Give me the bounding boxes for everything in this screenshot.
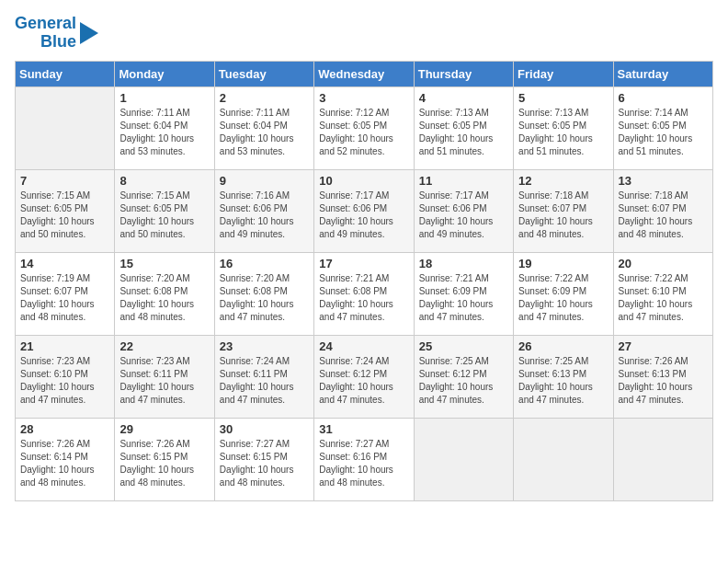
calendar-cell: 17Sunrise: 7:21 AM Sunset: 6:08 PM Dayli… [314,252,414,335]
day-number: 7 [20,174,109,188]
day-info: Sunrise: 7:19 AM Sunset: 6:07 PM Dayligh… [20,272,109,324]
day-info: Sunrise: 7:13 AM Sunset: 6:05 PM Dayligh… [518,107,608,158]
calendar-week-row: 21Sunrise: 7:23 AM Sunset: 6:10 PM Dayli… [16,335,713,418]
calendar-cell [613,418,712,500]
day-info: Sunrise: 7:26 AM Sunset: 6:15 PM Dayligh… [119,438,209,489]
calendar-cell: 21Sunrise: 7:23 AM Sunset: 6:10 PM Dayli… [16,335,115,418]
day-info: Sunrise: 7:17 AM Sunset: 6:06 PM Dayligh… [419,190,508,241]
day-info: Sunrise: 7:18 AM Sunset: 6:07 PM Dayligh… [619,190,708,241]
calendar-cell: 24Sunrise: 7:24 AM Sunset: 6:12 PM Dayli… [314,335,414,418]
calendar-cell: 5Sunrise: 7:13 AM Sunset: 6:05 PM Daylig… [514,86,613,169]
calendar-week-row: 1Sunrise: 7:11 AM Sunset: 6:04 PM Daylig… [16,86,713,169]
calendar-cell: 6Sunrise: 7:14 AM Sunset: 6:05 PM Daylig… [613,86,712,169]
calendar-cell: 8Sunrise: 7:15 AM Sunset: 6:05 PM Daylig… [115,169,214,252]
day-info: Sunrise: 7:26 AM Sunset: 6:13 PM Dayligh… [619,355,708,407]
calendar-cell: 18Sunrise: 7:21 AM Sunset: 6:09 PM Dayli… [414,252,513,335]
day-number: 1 [119,91,209,105]
day-info: Sunrise: 7:12 AM Sunset: 6:05 PM Dayligh… [319,107,408,158]
day-number: 14 [20,257,109,270]
day-number: 30 [220,422,309,436]
day-number: 10 [319,174,408,188]
day-info: Sunrise: 7:24 AM Sunset: 6:12 PM Dayligh… [319,355,408,407]
day-info: Sunrise: 7:21 AM Sunset: 6:09 PM Dayligh… [419,272,508,324]
day-number: 5 [518,91,608,105]
calendar-cell: 11Sunrise: 7:17 AM Sunset: 6:06 PM Dayli… [414,169,513,252]
calendar-cell: 13Sunrise: 7:18 AM Sunset: 6:07 PM Dayli… [613,169,712,252]
day-info: Sunrise: 7:17 AM Sunset: 6:06 PM Dayligh… [319,190,408,241]
day-number: 11 [419,174,508,188]
day-info: Sunrise: 7:26 AM Sunset: 6:14 PM Dayligh… [20,438,109,489]
day-number: 21 [20,339,109,353]
calendar-table: SundayMondayTuesdayWednesdayThursdayFrid… [15,61,713,501]
calendar-cell: 23Sunrise: 7:24 AM Sunset: 6:11 PM Dayli… [214,335,313,418]
day-info: Sunrise: 7:13 AM Sunset: 6:05 PM Dayligh… [419,107,508,158]
calendar-week-row: 14Sunrise: 7:19 AM Sunset: 6:07 PM Dayli… [16,252,713,335]
day-info: Sunrise: 7:11 AM Sunset: 6:04 PM Dayligh… [119,107,209,158]
day-number: 25 [419,339,508,353]
logo-line2: Blue [40,33,76,52]
day-info: Sunrise: 7:21 AM Sunset: 6:08 PM Dayligh… [319,272,408,324]
day-info: Sunrise: 7:16 AM Sunset: 6:06 PM Dayligh… [220,190,309,241]
calendar-cell: 26Sunrise: 7:25 AM Sunset: 6:13 PM Dayli… [514,335,613,418]
day-info: Sunrise: 7:25 AM Sunset: 6:13 PM Dayligh… [518,355,608,407]
day-info: Sunrise: 7:25 AM Sunset: 6:12 PM Dayligh… [419,355,508,407]
day-number: 15 [119,257,209,270]
day-number: 16 [220,257,309,270]
day-number: 31 [319,422,408,436]
day-header-monday: Monday [115,61,214,86]
calendar-cell: 15Sunrise: 7:20 AM Sunset: 6:08 PM Dayli… [115,252,214,335]
day-header-tuesday: Tuesday [214,61,313,86]
calendar-cell: 28Sunrise: 7:26 AM Sunset: 6:14 PM Dayli… [16,418,115,500]
day-info: Sunrise: 7:15 AM Sunset: 6:05 PM Dayligh… [20,190,109,241]
day-info: Sunrise: 7:22 AM Sunset: 6:10 PM Dayligh… [619,272,708,324]
day-number: 20 [619,257,708,270]
day-number: 27 [619,339,708,353]
day-info: Sunrise: 7:23 AM Sunset: 6:10 PM Dayligh… [20,355,109,407]
calendar-cell: 4Sunrise: 7:13 AM Sunset: 6:05 PM Daylig… [414,86,513,169]
calendar-cell [414,418,513,500]
day-number: 19 [518,257,608,270]
day-header-wednesday: Wednesday [314,61,414,86]
logo-line1: General [15,15,76,33]
day-number: 2 [220,91,309,105]
day-header-friday: Friday [514,61,613,86]
calendar-week-row: 28Sunrise: 7:26 AM Sunset: 6:14 PM Dayli… [16,418,713,500]
day-number: 29 [119,422,209,436]
day-number: 3 [319,91,408,105]
day-info: Sunrise: 7:23 AM Sunset: 6:11 PM Dayligh… [119,355,209,407]
day-number: 4 [419,91,508,105]
calendar-cell [514,418,613,500]
calendar-cell: 27Sunrise: 7:26 AM Sunset: 6:13 PM Dayli… [613,335,712,418]
logo: General Blue [15,15,100,52]
calendar-cell: 25Sunrise: 7:25 AM Sunset: 6:12 PM Dayli… [414,335,513,418]
calendar-cell: 31Sunrise: 7:27 AM Sunset: 6:16 PM Dayli… [314,418,414,500]
calendar-week-row: 7Sunrise: 7:15 AM Sunset: 6:05 PM Daylig… [16,169,713,252]
calendar-cell: 10Sunrise: 7:17 AM Sunset: 6:06 PM Dayli… [314,169,414,252]
calendar-cell [16,86,115,169]
day-info: Sunrise: 7:20 AM Sunset: 6:08 PM Dayligh… [220,272,309,324]
day-number: 22 [119,339,209,353]
calendar-cell: 12Sunrise: 7:18 AM Sunset: 6:07 PM Dayli… [514,169,613,252]
day-number: 28 [20,422,109,436]
svg-marker-0 [80,22,98,44]
day-number: 26 [518,339,608,353]
day-number: 6 [619,91,708,105]
calendar-cell: 2Sunrise: 7:11 AM Sunset: 6:04 PM Daylig… [214,86,313,169]
calendar-cell: 7Sunrise: 7:15 AM Sunset: 6:05 PM Daylig… [16,169,115,252]
page-header: General Blue [15,15,713,52]
day-header-sunday: Sunday [16,61,115,86]
day-info: Sunrise: 7:27 AM Sunset: 6:15 PM Dayligh… [220,438,309,489]
day-number: 17 [319,257,408,270]
calendar-cell: 9Sunrise: 7:16 AM Sunset: 6:06 PM Daylig… [214,169,313,252]
day-number: 9 [220,174,309,188]
day-header-thursday: Thursday [414,61,513,86]
logo-arrow-icon [80,20,100,46]
day-info: Sunrise: 7:27 AM Sunset: 6:16 PM Dayligh… [319,438,408,489]
day-info: Sunrise: 7:15 AM Sunset: 6:05 PM Dayligh… [119,190,209,241]
day-number: 12 [518,174,608,188]
day-info: Sunrise: 7:22 AM Sunset: 6:09 PM Dayligh… [518,272,608,324]
day-number: 24 [319,339,408,353]
calendar-cell: 20Sunrise: 7:22 AM Sunset: 6:10 PM Dayli… [613,252,712,335]
day-info: Sunrise: 7:24 AM Sunset: 6:11 PM Dayligh… [220,355,309,407]
day-number: 23 [220,339,309,353]
